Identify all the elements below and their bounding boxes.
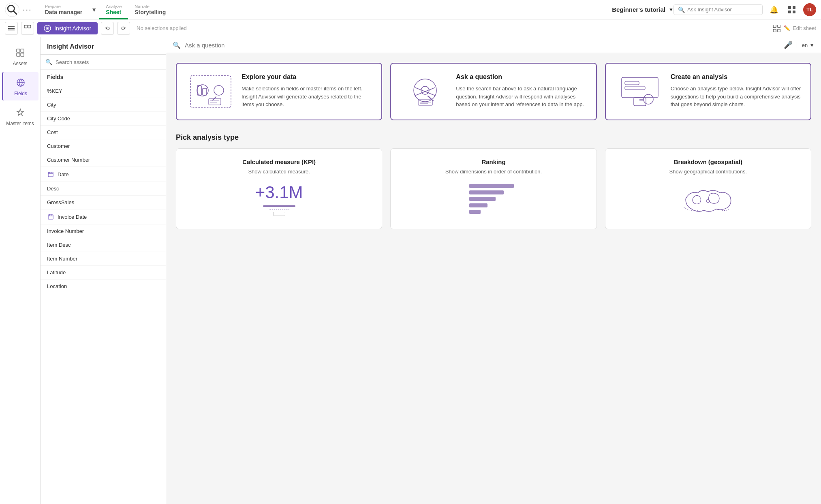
field-item-date[interactable]: Date [41,167,166,182]
svg-rect-3 [788,6,791,9]
svg-rect-17 [773,29,776,32]
svg-rect-29 [48,215,53,219]
panel-toggle-icon[interactable] [5,22,18,35]
field-label-city: City [47,102,56,108]
svg-rect-50 [622,77,658,98]
app-title-chevron[interactable]: ▼ [669,7,673,13]
ranking-card-title: Ranking [481,158,505,165]
field-label-gross-sales: GrossSales [47,199,74,205]
search-assets-input[interactable] [56,59,161,65]
svg-rect-25 [48,172,53,177]
apps-grid-icon[interactable] [785,3,798,16]
svg-point-14 [47,28,48,29]
field-label-customer: Customer [47,143,70,149]
analysis-cards-row: Calculated measure (KPI) Show calculated… [176,148,811,229]
main-layout: Assets Fields Master items Insight Advis… [0,37,821,504]
forward-icon[interactable]: ⟳ [117,22,130,35]
kpi-value: +3.1M [255,183,303,202]
search-assets-bar[interactable]: 🔍 [41,55,166,70]
grid-view-btn[interactable] [773,25,780,32]
field-item-latitude[interactable]: Latitude [41,266,166,280]
field-label-cost: Cost [47,129,58,135]
field-label-invoice-date: Invoice Date [58,214,87,220]
ask-card-content: Ask a question Use the search bar above … [456,73,586,109]
info-cards-row: Explore your data Make selections in fie… [176,63,811,120]
insight-search-input[interactable] [687,6,758,13]
nav-center: Beginner's tutorial ▼ [612,6,673,13]
field-label-latitude: Latitude [47,269,66,275]
tab-prepare-label: Prepare [45,4,83,9]
question-input[interactable] [185,42,780,49]
field-item-city-code[interactable]: City Code [41,112,166,126]
tab-analyze-label: Analyze [106,4,122,9]
ranking-visual [400,183,586,215]
svg-rect-4 [793,6,795,9]
svg-point-0 [5,2,19,16]
field-item-key[interactable]: %KEY [41,84,166,98]
search-icon: 🔍 [678,6,685,13]
sidebar-item-assets[interactable]: Assets [2,42,38,70]
svg-rect-20 [21,49,24,52]
sidebar-item-master-items[interactable]: Master items [2,102,38,130]
kpi-card-desc: Show calculated measure. [248,169,310,175]
tab-prepare-arrow[interactable]: ▼ [89,0,99,19]
field-item-invoice-number[interactable]: Invoice Number [41,224,166,238]
field-label-desc: Desc [47,186,59,192]
svg-rect-18 [778,29,780,32]
master-items-icon [14,106,27,119]
avatar[interactable]: TL [803,3,816,16]
mic-icon[interactable]: 🎤 [784,41,793,49]
no-selections-label: No selections applied [137,25,187,31]
field-item-item-number[interactable]: Item Number [41,252,166,266]
ask-card: Ask a question Use the search bar above … [390,63,597,120]
insight-search-bar[interactable]: 🔍 [673,4,763,15]
explore-card-icon [186,73,235,110]
explore-card-desc: Make selections in fields or master item… [242,85,372,109]
assets-icon [14,46,27,59]
fields-section-header: Fields [41,70,166,84]
field-item-gross-sales[interactable]: GrossSales [41,196,166,209]
nav-more-icon[interactable]: ··· [23,5,32,14]
svg-rect-6 [793,11,795,13]
field-item-cost[interactable]: Cost [41,126,166,139]
back-icon[interactable]: ⟲ [101,22,114,35]
notification-icon[interactable]: 🔔 [768,3,780,16]
field-item-customer-number[interactable]: Customer Number [41,153,166,167]
tab-narrate-sub: Storytelling [135,9,166,15]
field-item-invoice-date[interactable]: Invoice Date [41,209,166,224]
tab-analyze[interactable]: Analyze Sheet [99,0,128,19]
analysis-card-kpi[interactable]: Calculated measure (KPI) Show calculated… [176,148,382,229]
layout-icon[interactable] [21,22,34,35]
calendar-icon [47,171,54,178]
tab-prepare[interactable]: Prepare Data manager [38,0,89,19]
geo-visual [615,183,801,219]
insight-advisor-tab[interactable]: Insight Advisor [37,22,98,34]
svg-point-37 [214,85,224,95]
field-item-customer[interactable]: Customer [41,139,166,153]
analysis-card-ranking[interactable]: Ranking Show dimensions in order of cont… [390,148,597,229]
field-item-desc[interactable]: Desc [41,182,166,196]
analysis-section-title: Pick analysis type [176,133,811,142]
field-item-item-desc[interactable]: Item Desc [41,238,166,252]
field-label-location: Location [47,283,67,289]
analysis-card-geo[interactable]: Breakdown (geospatial) Show geographical… [605,148,811,229]
kpi-dashed-bar [269,209,289,210]
svg-rect-8 [8,28,15,29]
qlik-logo[interactable] [5,2,23,17]
field-item-city[interactable]: City [41,98,166,112]
nav-right: 🔍 🔔 TL [673,3,816,16]
explore-card: Explore your data Make selections in fie… [176,63,382,120]
edit-sheet-btn[interactable]: ✏️ Edit sheet [784,25,816,31]
svg-rect-5 [788,11,791,13]
field-item-location[interactable]: Location [41,280,166,293]
language-select[interactable]: en ▼ [797,42,815,48]
sidebar-item-fields[interactable]: Fields [2,72,38,100]
content-body: Explore your data Make selections in fie… [166,53,821,239]
tab-narrate[interactable]: Narrate Storytelling [128,0,172,19]
svg-rect-39 [209,98,221,105]
svg-rect-15 [773,25,776,28]
app-title[interactable]: Beginner's tutorial [612,6,665,13]
svg-rect-16 [778,25,780,28]
field-label-customer-number: Customer Number [47,157,90,163]
svg-rect-7 [8,26,15,27]
